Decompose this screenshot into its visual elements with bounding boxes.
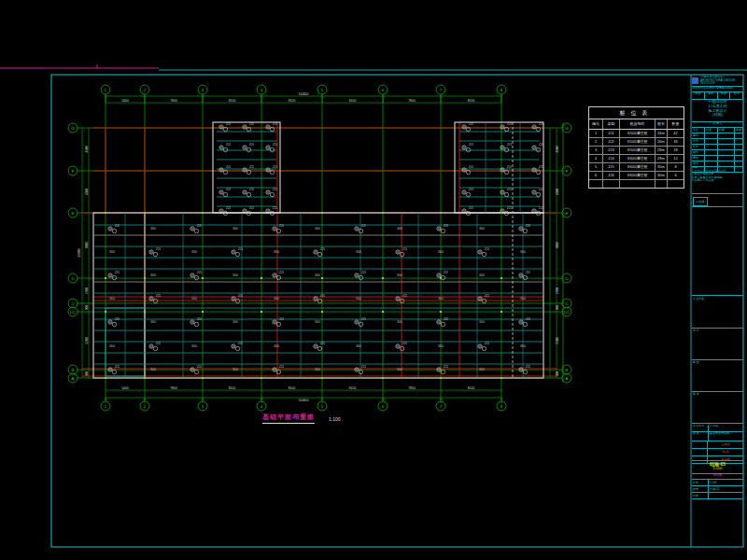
pile-marker-icon: [523, 275, 527, 279]
column-node: [321, 212, 323, 214]
pile-table-cell: 30m: [655, 172, 668, 179]
dimension-text: 3600: [315, 368, 321, 371]
signature-cell: [718, 139, 735, 144]
dimension-text: ZJ1: [444, 365, 448, 369]
dimension-text: 50400: [298, 398, 309, 402]
drawing-title: 基础平面布置图: [262, 413, 315, 424]
dimension-text: ZJ1: [402, 342, 407, 345]
dimension-text: ZJ1: [226, 165, 231, 169]
dimension-text: ZJ1: [526, 271, 530, 274]
approval-cell: 审定: [705, 92, 718, 99]
pile-marker-icon: [504, 192, 508, 196]
pile-table-cell: 28m: [655, 155, 668, 162]
dimension-text: 3600: [191, 250, 198, 254]
sheet-name-row: 图 名基础平面布置图: [692, 432, 743, 441]
dimension-text: A: [72, 376, 75, 381]
column-node: [500, 212, 502, 214]
dimension-text: 3600: [315, 273, 321, 277]
column-node: [500, 377, 502, 379]
pile-table-cell: ZJ4: [603, 155, 620, 162]
pile-table-row: 6ZJ6Φ600灌注桩30m6: [589, 172, 684, 180]
dimension-text: 3600: [397, 227, 403, 231]
signature-cell: [718, 150, 735, 155]
signature-cell: [735, 150, 743, 155]
dimension-text: ZJ1: [402, 247, 407, 251]
dimension-text: ZJ1: [226, 188, 231, 191]
stamp-area: [692, 206, 743, 296]
dimension-text: A: [566, 376, 569, 381]
approval-cell: 校对: [730, 92, 743, 99]
dimension-text: 3600: [150, 227, 157, 231]
project-name-block: ××物流园区1#仓库工程施工图设计(结构): [692, 100, 743, 122]
pile-marker-icon: [536, 147, 540, 151]
pile-table-title: 桩位表: [589, 107, 684, 119]
column-node: [500, 277, 502, 279]
pile-marker-icon: [223, 192, 227, 196]
staff-label: 设 计: [693, 329, 699, 333]
dimension-text: ZJ1: [485, 342, 489, 345]
pile-marker-icon: [523, 322, 527, 326]
pile-marker-icon: [235, 346, 239, 350]
pile-table-cell: [620, 180, 655, 188]
pile-marker-icon: [235, 252, 239, 256]
dimension-text: ZJ1: [361, 365, 366, 369]
pile-marker-icon: [466, 147, 470, 151]
dimension-text: ZJ1: [273, 188, 277, 191]
title-block: ××建筑设计研究院 ARCHITECTURAL DESIGN INSTITUTE…: [692, 76, 743, 546]
column-node: [144, 212, 146, 214]
pile-marker-icon: [441, 370, 444, 373]
column-node: [202, 277, 204, 279]
dimension-text: 4600: [85, 146, 89, 152]
dimension-text: 3600: [274, 297, 280, 301]
pile-table-cell: [589, 180, 603, 188]
pile-marker-icon: [270, 147, 274, 151]
dimension-text: C: [565, 301, 568, 306]
dimension-text: ZJ1: [444, 317, 448, 321]
pile-table-row: 5ZJ5Φ600灌注桩30m8: [589, 163, 684, 172]
dimension-text: ZJ1: [249, 206, 254, 210]
dimension-text: ZJ1: [485, 247, 489, 251]
stamp-row: 签 章: [692, 449, 743, 456]
dimension-text: 3600: [438, 297, 444, 301]
signature-stamp-rows: 注册章签 章有效期: [692, 441, 743, 461]
stamp-box: 出图章: [693, 197, 708, 206]
pile-table-header-cell: 编号: [589, 119, 603, 129]
dimension-text: 7000: [85, 242, 89, 248]
dimension-text: ZJ1: [526, 317, 530, 321]
dimension-text: 3600: [109, 297, 116, 301]
dimension-text: 3600: [109, 344, 116, 348]
dimension-text: ZJ1: [115, 224, 120, 228]
pile-marker-icon: [112, 322, 116, 326]
dimension-text: ZJ1: [249, 143, 254, 147]
dimension-text: 4600: [556, 146, 559, 152]
dimension-text: 3600: [233, 320, 239, 324]
column-node: [382, 212, 384, 214]
dimension-text: ZJ1: [361, 224, 366, 228]
dimension-text: 8100: [229, 99, 236, 103]
dimension-text: ZJ1: [279, 365, 284, 369]
dimension-text: 1/C: [564, 310, 571, 315]
signature-cell: [735, 145, 743, 149]
signature-cell: 日期: [718, 128, 735, 133]
dimension-text: 8: [500, 404, 503, 409]
dimension-text: ZJ1: [507, 188, 512, 191]
pile-table-row: 2ZJ2Φ500灌注桩26m36: [589, 138, 684, 147]
dimension-text: ZJ1: [539, 188, 543, 191]
dimension-text: F: [566, 169, 569, 174]
project-row: 工程名称1#仓库: [692, 425, 743, 432]
column-node: [382, 377, 384, 379]
dimension-text: ZJ1: [402, 294, 407, 298]
dimension-text: 8100: [468, 386, 475, 390]
dimension-text: ZJ1: [115, 365, 120, 369]
pile-table-cell: 30m: [655, 163, 668, 171]
dimension-text: ZJ1: [469, 165, 473, 169]
pile-table-cell: 4: [589, 155, 603, 162]
dimension-text: 7800: [408, 386, 416, 390]
bottom-grid-value: [709, 493, 743, 498]
dimension-text: D: [565, 276, 568, 281]
dimension-text: ZJ1: [507, 206, 512, 210]
staff-label: 审 核: [693, 393, 699, 397]
stamp-label: [692, 441, 708, 448]
pile-table-cell: Φ600灌注桩: [620, 172, 655, 179]
dimension-text: ZJ1: [539, 165, 543, 169]
